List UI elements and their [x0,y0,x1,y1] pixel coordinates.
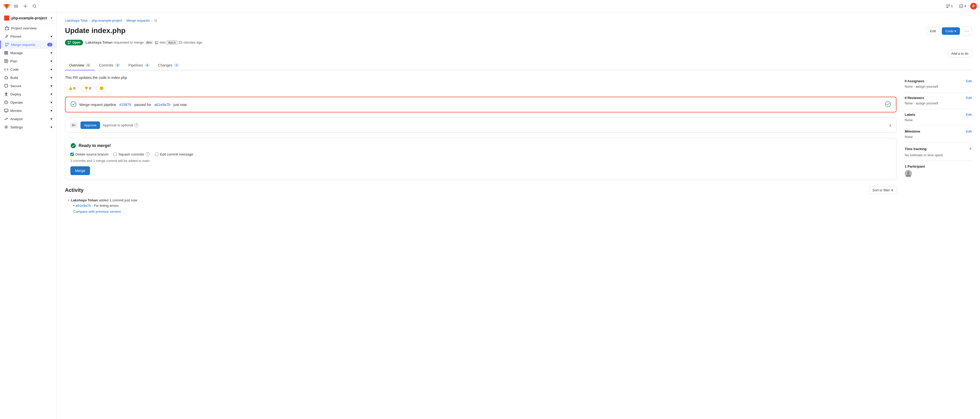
sidebar-item-deploy[interactable]: Deploy ▾ [0,90,56,98]
delete-source-label: Delete source branch [75,152,108,156]
assignees-edit-link[interactable]: Edit [966,79,972,83]
approval-optional-text: Approval is optional ? [103,123,138,127]
svg-rect-12 [5,51,6,53]
tab-overview[interactable]: Overview 0 [65,61,95,70]
sidebar-label-project-overview: Project overview [11,26,37,30]
search-button[interactable] [31,3,38,10]
manage-chevron-icon: ▾ [51,51,52,55]
sidebar-item-monitor[interactable]: Monitor ▾ [0,107,56,115]
svg-rect-23 [156,42,158,44]
approval-help-icon[interactable]: ? [134,123,138,127]
reviewers-edit-link[interactable]: Edit [966,96,972,100]
content-wrapper: Add a to do Overview 0 Commits 3 Pipelin… [65,49,972,217]
tab-pipelines[interactable]: Pipelines 4 [124,61,154,70]
edit-button[interactable]: Edit [926,27,940,35]
sidebar-item-operate[interactable]: Operate ▾ [0,98,56,107]
squash-help-icon[interactable]: ? [146,152,150,156]
participant-avatar [905,170,912,177]
sidebar-item-settings[interactable]: Settings ▾ [0,123,56,131]
mr-count: 1 [951,4,953,8]
merge-status-icon [68,41,71,45]
svg-rect-0 [14,5,18,5]
top-bar: 1 4 P [0,0,980,13]
toggle-sidebar-button[interactable] [13,3,20,10]
sidebar-item-project-overview[interactable]: Project overview [0,24,56,32]
sidebar-item-analyze[interactable]: Analyze ▾ [0,115,56,123]
squash-commits-checkbox[interactable] [113,153,117,156]
thumbs-up-count: 0 [73,86,75,90]
delete-source-option[interactable]: Delete source branch [70,152,108,156]
todos-indicator[interactable]: 4 [957,3,968,9]
new-item-button[interactable] [22,3,29,10]
milestone-value: None [905,135,972,139]
pipeline-check-icon [71,101,76,108]
labels-title: Labels [905,113,915,116]
project-header[interactable]: php-example-project ▾ [0,13,56,24]
pipeline-commit-link[interactable]: a61e9a7b [154,103,170,107]
approve-button[interactable]: Approve [80,121,100,129]
add-todo-button[interactable]: Add a to do [948,49,972,57]
pipeline-content: Merge request pipeline #15879 passed for… [71,101,187,108]
breadcrumb-sep-1: › [89,19,90,22]
sort-filter-button[interactable]: Sort or filter ▾ [869,186,896,194]
pin-icon [4,34,8,38]
target-branch: main [167,40,178,45]
sidebar-item-plan[interactable]: Plan ▾ [0,57,56,65]
svg-point-9 [6,43,6,44]
sidebar-item-code[interactable]: Code ▾ [0,65,56,73]
milestone-edit-link[interactable]: Edit [966,129,972,133]
thumbs-up-button[interactable]: 👍 0 [65,85,79,92]
tab-changes-count: 1 [174,64,179,67]
sidebar-item-manage[interactable]: Manage ▾ [0,49,56,57]
activity-sub-item: • a61e9a7b - Fix linting errors [73,204,896,207]
tab-commits[interactable]: Commits 3 [95,61,124,70]
approval-collapse-icon[interactable]: ∧ [889,123,892,127]
secure-chevron-icon: ▾ [51,84,52,88]
sidebar-label-secure: Secure [10,84,21,88]
merge-button[interactable]: Merge [70,166,90,175]
svg-rect-1 [14,6,18,6]
breadcrumb-project[interactable]: php-example-project [92,19,123,22]
svg-rect-13 [6,51,8,53]
activity-title: Activity [65,187,84,193]
plan-chevron-icon: ▾ [51,59,52,63]
thumbs-up-emoji: 👍 [68,86,72,90]
activity-commit-link[interactable]: a61e9a7b [76,204,91,207]
sidebar-item-pinned[interactable]: Pinned ▾ [0,32,56,40]
edit-commit-label: Edit commit message [160,152,193,156]
tab-changes[interactable]: Changes 1 [154,61,183,70]
left-sidebar: php-example-project ▾ Project overview P… [0,13,57,419]
tab-overview-label: Overview [69,63,84,67]
edit-commit-checkbox[interactable] [155,153,158,156]
more-actions-button[interactable]: ⋯ [962,27,972,36]
status-badge: Open [65,40,83,45]
pipeline-link[interactable]: #15879 [119,103,131,107]
sidebar-item-merge-requests[interactable]: Merge requests 1 [0,40,56,49]
sidebar-item-build[interactable]: Build ▾ [0,73,56,82]
code-chevron-icon: ▾ [955,29,956,33]
edit-commit-message-option[interactable]: Edit commit message [155,152,193,156]
code-label: Code [945,29,953,33]
deploy-chevron-icon: ▾ [51,92,52,96]
labels-edit-link[interactable]: Edit [966,113,972,116]
merge-requests-indicator[interactable]: 1 [944,3,955,9]
compare-link[interactable]: Compare with previous version [73,210,121,213]
code-button[interactable]: Code ▾ [942,27,960,35]
thumbs-down-button[interactable]: 👎 0 [81,85,94,92]
add-emoji-button[interactable]: 🙂 [96,85,107,92]
code-icon [4,67,8,72]
sidebar-item-secure[interactable]: Secure ▾ [0,82,56,90]
sidebar-label-operate: Operate [10,100,23,104]
svg-point-19 [6,127,7,128]
project-name: php-example-project [11,16,47,20]
pipeline-text-prefix: Merge request pipeline [80,103,116,107]
add-time-button[interactable]: + [969,146,972,151]
user-avatar[interactable]: P [970,3,977,10]
squash-commits-option[interactable]: Squash commits ? [113,152,150,156]
approvers-count[interactable]: 8+ [70,123,78,128]
breadcrumb-mr[interactable]: Merge requests [126,19,150,22]
svg-point-24 [71,102,76,107]
breadcrumb-user[interactable]: Lakshaya Toha [65,19,88,22]
delete-source-checkbox[interactable] [70,153,74,156]
tab-changes-label: Changes [158,63,172,67]
